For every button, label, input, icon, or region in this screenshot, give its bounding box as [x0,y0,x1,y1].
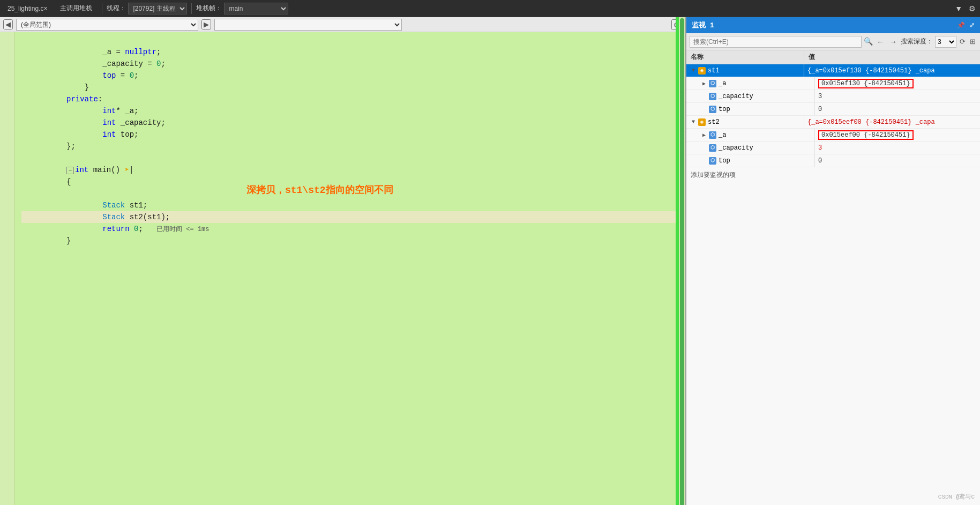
var-icon-st2-top: ⬡ [709,157,716,165]
var-icon-st1: ◉ [698,67,706,75]
watch-title: 监视 1 [692,20,953,30]
var-name-st1-a: _a [719,80,726,87]
watch-search-input[interactable] [690,36,862,48]
watch-row-value-st2-top: 0 [815,157,980,165]
col-header-name: 名称 [686,50,804,64]
thread-select[interactable]: [20792] 主线程 [128,3,187,14]
watch-row-st2[interactable]: ▼ ◉ st2 {_a=0x015eef00 {-842150451} _cap… [686,116,980,129]
code-line-main: −int main() ➤| [21,152,679,164]
watermark: CSDN @鸢与C [938,493,975,501]
watch-expand-icon[interactable]: ⤢ [969,21,975,29]
watch-pin-icon[interactable]: 📌 [957,21,965,29]
watch-row-value-st2-capacity: 3 [815,144,980,152]
watch-row-value-st1-top: 0 [815,106,980,113]
watch-row-st1-capacity[interactable]: ▶ ⬡ _capacity 3 [686,90,980,103]
add-watch-item[interactable]: 添加要监视的项 [686,167,980,183]
line-numbers [0,32,15,505]
call-stack-tab[interactable]: 主调用堆栈 [55,2,98,15]
var-name-st2-capacity: _capacity [719,144,753,152]
toolbar-right: ▼ ⚙ [953,3,978,14]
watch-search-bar: 🔍 ← → 搜索深度： 3 ⟳ ⊞ [686,33,980,50]
stack-label: 堆栈帧： [196,4,222,13]
watch-nav-forward[interactable]: → [888,38,899,46]
col-header-value: 值 [804,50,980,64]
settings-gear-btn[interactable]: ⚙ [967,3,978,14]
watch-nav-back[interactable]: ← [875,38,886,46]
watch-row-st2-top[interactable]: ▶ ⬡ top 0 [686,154,980,167]
var-name-st2-top: top [719,157,730,165]
expand-btn-st1-a[interactable]: ▶ [700,80,708,87]
address-box-st2-a: 0x015eef00 {-842150451} [818,130,914,140]
editor-arrow-right[interactable]: ▶ [201,19,211,29]
var-name-st1-capacity: _capacity [719,93,753,100]
editor-toolbar: ◀ (全局范围) ▶ ⊕ [0,17,685,32]
var-name-st2: st2 [708,118,720,126]
var-icon-st2: ◉ [698,118,706,126]
watch-row-name-st2-capacity: ▶ ⬡ _capacity [697,142,815,154]
watch-depth-select[interactable]: 3 [935,36,956,48]
watch-row-st1[interactable]: ▼ ◉ st1 {_a=0x015ef130 {-842150451} _cap… [686,64,980,77]
watch-settings-btn[interactable]: ⊞ [969,38,977,46]
settings-btn[interactable]: ▼ [953,3,964,14]
watch-row-name-st2-top: ▶ ⬡ top [697,154,815,167]
watch-row-name-st1-top: ▶ ⬡ top [697,103,815,115]
top-toolbar: 25_lighting.c× 主调用堆栈 线程： [20792] 主线程 堆栈帧… [0,0,980,17]
var-icon-st1-capacity: ⬡ [709,93,716,100]
watch-row-value-st1: {_a=0x015ef130 {-842150451} _capa [804,67,980,75]
var-icon-st1-top: ⬡ [709,106,716,113]
var-icon-st2-capacity: ⬡ [709,144,716,152]
var-name-st1: st1 [708,67,720,75]
code-line: private: [21,81,679,93]
main-area: ◀ (全局范围) ▶ ⊕ _a = nullptr; _capa [0,17,980,505]
var-name-st2-a: _a [719,131,726,139]
expand-btn-st2-a[interactable]: ▶ [700,131,708,139]
toolbar-separator2 [191,3,192,14]
watch-row-value-st2: {_a=0x015eef00 {-842150451} _capa [804,118,980,126]
watch-row-name-st1-a: ▶ ⬡ _a [697,77,815,90]
watch-column-headers: 名称 值 [686,50,980,64]
watch-row-st2-a[interactable]: ▶ ⬡ _a 0x015eef00 {-842150451} [686,129,980,142]
watch-row-name-st2-a: ▶ ⬡ _a [697,129,815,141]
editor-arrow-left[interactable]: ◀ [3,19,13,29]
editor-panel: ◀ (全局范围) ▶ ⊕ _a = nullptr; _capa [0,17,685,505]
stack-select[interactable]: main [224,3,288,14]
var-name-st1-top: top [719,106,730,113]
toolbar-separator [102,3,102,14]
code-area[interactable]: _a = nullptr; _capacity = 0; top = 0; } [15,32,685,505]
watch-row-value-st2-a: 0x015eef00 {-842150451} [815,130,980,140]
watch-row-st1-a[interactable]: ▶ ⬡ _a 0x015ef130 {-842150451} [686,77,980,90]
watch-row-st2-capacity[interactable]: ▶ ⬡ _capacity 3 [686,142,980,154]
code-line: Stack st1; [21,188,679,199]
code-line: int* _a; [21,93,679,105]
expand-btn-st2[interactable]: ▼ [690,118,697,126]
thread-label: 线程： [107,4,126,13]
watch-panel: 监视 1 📌 ⤢ 🔍 ← → 搜索深度： 3 ⟳ ⊞ 名称 值 [685,17,980,505]
code-line: _a = nullptr; [21,34,679,46]
collapse-icon[interactable]: − [66,167,74,174]
watch-tree[interactable]: ▼ ◉ st1 {_a=0x015ef130 {-842150451} _cap… [686,64,980,505]
file-tab[interactable]: 25_lighting.c× [2,3,53,14]
watch-title-bar: 监视 1 📌 ⤢ [686,17,980,33]
watch-row-name-st2: ▼ ◉ st2 [686,116,804,128]
watch-row-name-st1: ▼ ◉ st1 [686,64,804,77]
watch-depth-label: 搜索深度： [901,37,933,46]
search-icon[interactable]: 🔍 [864,37,873,46]
watch-refresh-btn[interactable]: ⟳ [959,38,967,46]
watch-row-value-st1-a: 0x015ef130 {-842150451} [815,79,980,88]
address-box-st1-a: 0x015ef130 {-842150451} [818,79,914,88]
var-icon-st1-a: ⬡ [709,80,716,87]
expand-btn-st1[interactable]: ▼ [690,67,697,75]
watch-row-value-st1-capacity: 3 [815,93,980,100]
editor-scrollbar[interactable] [679,32,685,505]
execution-arrow: ➤ [124,166,129,174]
function-dropdown[interactable] [214,19,402,31]
scope-dropdown[interactable]: (全局范围) [16,19,198,31]
var-icon-st2-a: ⬡ [709,131,716,139]
watch-row-name-st1-capacity: ▶ ⬡ _capacity [697,90,815,102]
scrollbar-thumb[interactable] [680,32,684,505]
code-line [21,140,679,152]
editor-content: _a = nullptr; _capacity = 0; top = 0; } [0,32,685,505]
watch-row-st1-top[interactable]: ▶ ⬡ top 0 [686,103,980,116]
code-line [21,176,679,188]
